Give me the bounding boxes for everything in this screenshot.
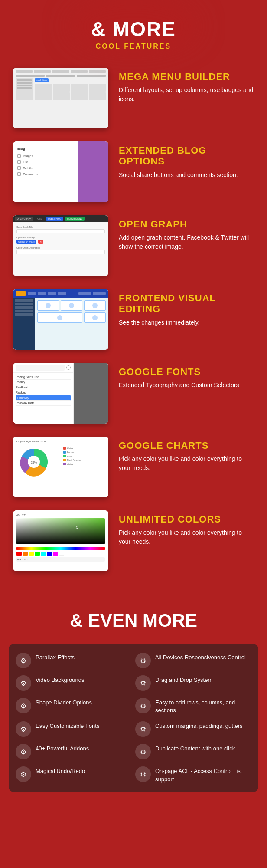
feature-label-frontend-editing: FRONTEND VISUAL EDITING bbox=[119, 293, 254, 315]
grid-label-powerful-addons: 40+ Powerful Addons bbox=[36, 744, 89, 753]
custom-fonts-icon: ⚙ bbox=[16, 721, 31, 737]
feature-row-google-charts: Organic Agricultural Land 29% China E bbox=[13, 437, 254, 497]
feature-row-mega-menu: + Add Item bbox=[13, 68, 254, 128]
feature-text-blog-options: EXTENDED BLOG OPTIONS Social share butto… bbox=[119, 141, 254, 180]
feature-desc-google-fonts: Extended Typography and Custom Selectors bbox=[119, 381, 254, 390]
grid-label-duplicate-content: Duplicate Content with one click bbox=[155, 744, 235, 753]
feature-text-google-charts: GOOGLE CHARTS Pick any color you like an… bbox=[119, 437, 254, 473]
feature-image-mega-menu: + Add Item bbox=[13, 68, 108, 128]
feature-image-google-charts: Organic Agricultural Land 29% China E bbox=[13, 437, 108, 497]
feature-desc-frontend-editing: See the changes immediately. bbox=[119, 318, 254, 327]
feature-desc-google-charts: Pick any color you like and color everyt… bbox=[119, 454, 254, 473]
grid-item-custom-fonts: ⚙ Easy Customizable Fonts bbox=[16, 721, 132, 737]
feature-grid-container: ⚙ Parallax Effects ⚙ All Devices Respons… bbox=[9, 644, 258, 792]
main-title: & MORE bbox=[9, 17, 258, 41]
feature-label-google-charts: GOOGLE CHARTS bbox=[119, 440, 254, 451]
even-more-section: & EVEN MORE bbox=[0, 593, 267, 640]
grid-label-custom-fonts: Easy Customizable Fonts bbox=[36, 721, 99, 730]
feature-text-google-fonts: GOOGLE FONTS Extended Typography and Cus… bbox=[119, 363, 254, 390]
grid-label-drag-drop: Drag and Drop System bbox=[155, 675, 212, 684]
feature-desc-open-graph: Add open graph content. Facebook & Twitt… bbox=[119, 233, 254, 251]
features-container: + Add Item bbox=[0, 63, 267, 593]
feature-desc-unlimited-colors: Pick any color you like and color everyt… bbox=[119, 528, 254, 546]
feature-row-google-fonts: Racing Sans One Radley Rajdhani Rakkas R… bbox=[13, 363, 254, 424]
video-bg-icon: ⚙ bbox=[16, 675, 31, 691]
feature-image-blog-options: Blog Images List Details bbox=[13, 141, 108, 202]
feature-image-google-fonts: Racing Sans One Radley Rajdhani Rakkas R… bbox=[13, 363, 108, 424]
grid-item-shape-divider: ⚙ Shape Divider Options bbox=[16, 698, 132, 714]
color-hex-label: #6cd221 bbox=[16, 514, 105, 516]
all-devices-icon: ⚙ bbox=[135, 653, 151, 668]
color-hex-input[interactable]: #6C2221 bbox=[16, 557, 105, 562]
easy-rows-icon: ⚙ bbox=[135, 698, 151, 713]
feature-label-unlimited-colors: UNLIMITED COLORS bbox=[119, 514, 254, 525]
feature-image-open-graph: OPEN GRAPH CSS PUBLISHING PERMISSIONS Op… bbox=[13, 215, 108, 276]
feature-desc-mega-menu: Different layouts, set up columns, use b… bbox=[119, 85, 254, 104]
grid-label-custom-margins: Custom margins, paddings, gutters bbox=[155, 721, 243, 730]
feature-image-unlimited-colors: #6cd221 #6C2221 bbox=[13, 510, 108, 571]
grid-item-powerful-addons: ⚙ 40+ Powerful Addons bbox=[16, 744, 132, 760]
grid-item-video-bg: ⚙ Video Backgrounds bbox=[16, 675, 132, 691]
feature-row-open-graph: OPEN GRAPH CSS PUBLISHING PERMISSIONS Op… bbox=[13, 215, 254, 276]
grid-item-duplicate-content: ⚙ Duplicate Content with one click bbox=[135, 744, 251, 760]
header-section: & MORE COOL FEATURES bbox=[0, 0, 267, 63]
feature-row-unlimited-colors: #6cd221 #6C2221 UNLIMITED bbox=[13, 510, 254, 571]
grid-item-drag-drop: ⚙ Drag and Drop System bbox=[135, 675, 251, 691]
grid-label-all-devices: All Devices Responsiveness Control bbox=[155, 653, 246, 661]
duplicate-content-icon: ⚙ bbox=[135, 744, 151, 760]
grid-item-easy-rows: ⚙ Easy to add rows, columns, and section… bbox=[135, 698, 251, 714]
grid-item-undo-redo: ⚙ Magical Undo/Redo bbox=[16, 766, 132, 783]
grid-label-video-bg: Video Backgrounds bbox=[36, 675, 85, 684]
grid-item-acl: ⚙ On-page ACL - Access Control List supp… bbox=[135, 766, 251, 783]
feature-row-blog-options: Blog Images List Details bbox=[13, 141, 254, 202]
feature-desc-blog-options: Social share buttons and comments sectio… bbox=[119, 171, 254, 180]
feature-text-open-graph: OPEN GRAPH Add open graph content. Faceb… bbox=[119, 215, 254, 251]
feature-grid: ⚙ Parallax Effects ⚙ All Devices Respons… bbox=[16, 653, 251, 783]
drag-drop-icon: ⚙ bbox=[135, 675, 151, 691]
feature-text-unlimited-colors: UNLIMITED COLORS Pick any color you like… bbox=[119, 510, 254, 546]
feature-label-blog-options: EXTENDED BLOG OPTIONS bbox=[119, 145, 254, 167]
sub-title: COOL FEATURES bbox=[9, 43, 258, 50]
grid-item-custom-margins: ⚙ Custom margins, paddings, gutters bbox=[135, 721, 251, 737]
even-more-title: & EVEN MORE bbox=[9, 610, 258, 631]
custom-margins-icon: ⚙ bbox=[135, 721, 151, 737]
feature-label-open-graph: OPEN GRAPH bbox=[119, 219, 254, 230]
feature-image-frontend-editing bbox=[13, 289, 108, 350]
grid-label-acl: On-page ACL - Access Control List suppor… bbox=[155, 766, 251, 783]
feature-label-google-fonts: GOOGLE FONTS bbox=[119, 366, 254, 377]
feature-label-mega-menu: MEGA MENU BUILDER bbox=[119, 71, 254, 82]
shape-divider-icon: ⚙ bbox=[16, 698, 31, 713]
pie-chart-svg: 29% bbox=[16, 444, 51, 479]
acl-icon: ⚙ bbox=[135, 766, 151, 782]
grid-item-all-devices: ⚙ All Devices Responsiveness Control bbox=[135, 653, 251, 668]
grid-label-easy-rows: Easy to add rows, columns, and sections bbox=[155, 698, 251, 714]
chart-legend: China Europe Asia North America Africa bbox=[63, 440, 105, 494]
feature-text-mega-menu: MEGA MENU BUILDER Different layouts, set… bbox=[119, 68, 254, 104]
parallax-icon: ⚙ bbox=[16, 653, 31, 668]
grid-item-parallax: ⚙ Parallax Effects bbox=[16, 653, 132, 668]
powerful-addons-icon: ⚙ bbox=[16, 744, 31, 760]
undo-redo-icon: ⚙ bbox=[16, 766, 31, 782]
feature-row-frontend-editing: FRONTEND VISUAL EDITING See the changes … bbox=[13, 289, 254, 350]
grid-label-shape-divider: Shape Divider Options bbox=[36, 698, 92, 707]
grid-label-undo-redo: Magical Undo/Redo bbox=[36, 766, 85, 775]
svg-text:29%: 29% bbox=[31, 461, 37, 464]
feature-text-frontend-editing: FRONTEND VISUAL EDITING See the changes … bbox=[119, 289, 254, 327]
grid-label-parallax: Parallax Effects bbox=[36, 653, 75, 661]
